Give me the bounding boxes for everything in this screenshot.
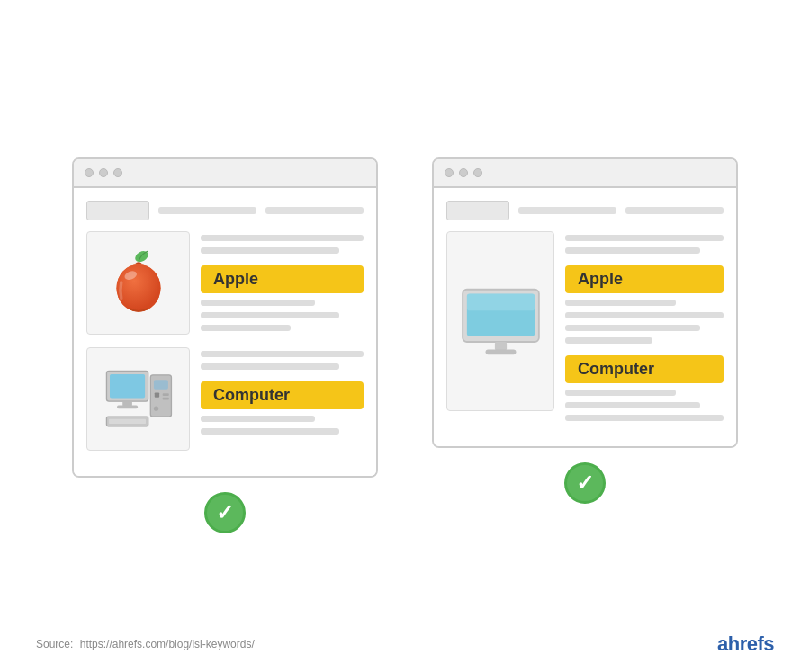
- apple-badge-right: Apple: [565, 265, 724, 293]
- line: [565, 415, 724, 421]
- line: [565, 390, 676, 396]
- right-browser-content: Apple Computer: [434, 188, 736, 446]
- line: [201, 351, 364, 357]
- left-apple-image: [86, 231, 190, 335]
- apple-badge-left: Apple: [201, 265, 364, 293]
- line: [565, 235, 724, 241]
- source-text: Source: https://ahrefs.com/blog/lsi-keyw…: [36, 638, 255, 650]
- right-imac-image: [446, 231, 554, 411]
- computer-badge-left: Computer: [201, 381, 364, 409]
- svg-rect-18: [466, 293, 534, 310]
- left-apple-row: Apple: [86, 231, 364, 335]
- left-browser: Apple: [72, 157, 378, 478]
- right-checkmark: ✓: [564, 462, 606, 504]
- dot-2r: [459, 168, 468, 177]
- svg-rect-12: [162, 397, 168, 399]
- dot-1r: [445, 168, 454, 177]
- svg-point-13: [153, 406, 158, 410]
- line: [565, 325, 700, 331]
- footer: Source: https://ahrefs.com/blog/lsi-keyw…: [0, 632, 810, 656]
- svg-rect-11: [162, 393, 168, 396]
- right-header-bar: [446, 201, 724, 220]
- svg-rect-21: [485, 349, 516, 354]
- line: [201, 247, 339, 254]
- left-computer-image: [86, 347, 190, 451]
- line: [565, 337, 652, 344]
- imac-icon: [458, 285, 544, 357]
- dot-3: [113, 168, 122, 177]
- left-checkmark: ✓: [204, 492, 246, 533]
- right-diagram: Apple Computer ✓: [432, 157, 738, 504]
- left-header-bar: [86, 201, 364, 220]
- line: [201, 300, 315, 306]
- svg-point-2: [116, 264, 160, 312]
- left-browser-content: Apple: [74, 188, 376, 476]
- dot-3r: [473, 168, 482, 177]
- svg-rect-10: [154, 392, 158, 397]
- left-apple-text: Apple: [201, 231, 364, 331]
- left-titlebar: [74, 159, 376, 188]
- left-header-rect: [86, 201, 149, 220]
- computer-icon: [103, 365, 175, 433]
- line: [565, 247, 700, 254]
- right-imac-row: Apple Computer: [446, 231, 724, 421]
- left-computer-text: Computer: [201, 347, 364, 435]
- right-header-line: [518, 207, 616, 214]
- right-browser: Apple Computer: [432, 157, 738, 448]
- left-computer-row: Computer: [86, 347, 364, 451]
- line: [201, 325, 291, 331]
- svg-rect-9: [153, 380, 167, 390]
- left-diagram: Apple: [72, 157, 378, 533]
- line: [565, 300, 676, 306]
- line: [201, 312, 339, 318]
- ahrefs-logo: ahrefs: [717, 632, 774, 656]
- line: [201, 363, 339, 370]
- computer-badge-right: Computer: [565, 355, 724, 383]
- apple-icon: [107, 246, 170, 318]
- svg-rect-15: [109, 418, 146, 423]
- line: [201, 416, 315, 422]
- line: [565, 402, 700, 408]
- right-header-rect: [446, 201, 509, 220]
- line: [201, 428, 339, 435]
- line: [565, 312, 724, 318]
- left-header-line: [158, 207, 256, 214]
- svg-rect-20: [494, 342, 506, 350]
- svg-rect-5: [110, 373, 145, 398]
- dot-2: [99, 168, 108, 177]
- left-header-line2: [266, 207, 364, 214]
- right-header-line2: [626, 207, 724, 214]
- right-text-area: Apple Computer: [565, 231, 724, 421]
- right-titlebar: [434, 159, 736, 188]
- line: [201, 235, 364, 241]
- svg-rect-7: [117, 405, 138, 408]
- dot-1: [85, 168, 94, 177]
- diagrams-row: Apple: [72, 157, 738, 533]
